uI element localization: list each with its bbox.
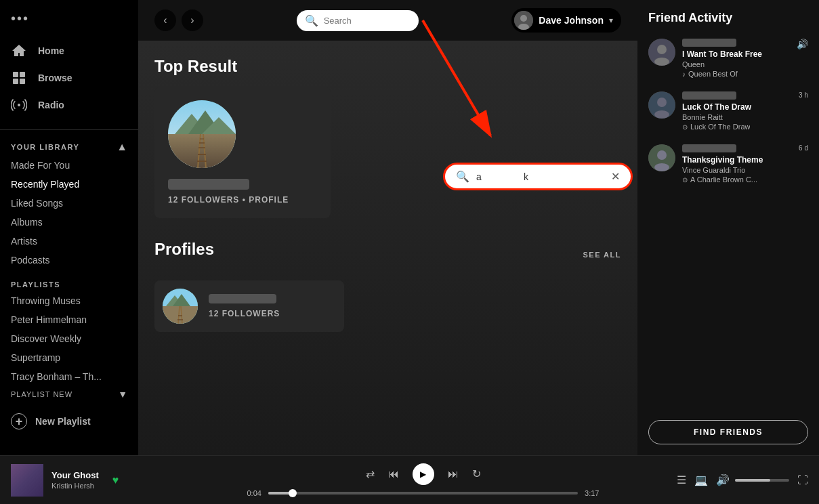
library-item-liked-songs[interactable]: Liked Songs <box>5 194 133 213</box>
repeat-button[interactable]: ↻ <box>472 467 481 480</box>
profile-info: 12 FOLLOWERS <box>209 294 280 318</box>
player-progress: 0:04 3:17 <box>247 489 600 497</box>
floating-search-icon: 🔍 <box>456 170 469 183</box>
friend-album-2: Luck Of The Draw <box>690 123 750 131</box>
nav-arrows: ‹ › <box>154 9 203 31</box>
fullscreen-icon[interactable]: ⛶ <box>797 474 808 486</box>
player-artist-name: Kristin Hersh <box>51 482 99 490</box>
sidebar-item-browse[interactable]: Browse <box>0 64 138 91</box>
user-profile-button[interactable]: Dave Johnson ▾ <box>511 8 621 33</box>
home-label: Home <box>38 45 64 56</box>
music-note-icon-3: ⊙ <box>682 176 688 184</box>
library-item-podcasts[interactable]: Podcasts <box>5 251 133 270</box>
floating-search-input[interactable] <box>476 171 604 182</box>
right-panel: Friend Activity 🔊 I Want To Break Free Q… <box>637 0 819 455</box>
music-note-icon-1: ♪ <box>682 70 686 78</box>
library-toggle-icon[interactable]: ▲ <box>117 141 127 153</box>
prev-button[interactable]: ⏮ <box>388 468 399 480</box>
friend-item-3: 6 d Thanksgiving Theme Vince Guaraldi Tr… <box>648 144 808 184</box>
friend-info-1: 🔊 I Want To Break Free Queen ♪ Queen Bes… <box>682 39 808 78</box>
friend-track-3: Thanksgiving Theme <box>682 155 808 165</box>
nav-back-button[interactable]: ‹ <box>154 9 176 31</box>
top-result-followers: 12 FOLLOWERS • PROFILE <box>168 195 317 205</box>
profile-card[interactable]: 12 FOLLOWERS <box>154 280 344 332</box>
friend-track-2: Luck Of The Draw <box>682 102 808 112</box>
play-pause-button[interactable]: ▶ <box>413 463 434 485</box>
home-icon <box>11 43 27 59</box>
player-heart-icon[interactable]: ♥ <box>112 474 119 486</box>
profiles-section: Profiles SEE ALL <box>154 240 621 332</box>
player-right: ☰ 💻 🔊 ⛶ <box>659 474 808 486</box>
playlist-item-throwing-muses[interactable]: Throwing Muses <box>0 291 138 310</box>
volume-icon[interactable]: 🔊 <box>716 474 730 486</box>
player-left: Your Ghost Kristin Hersh ♥ <box>11 464 187 497</box>
shuffle-button[interactable]: ⇄ <box>366 467 375 480</box>
profiles-header: Profiles SEE ALL <box>154 240 621 270</box>
nav-forward-button[interactable]: › <box>182 9 203 31</box>
player-album-art <box>11 464 43 497</box>
friend-album-3: A Charlie Brown C... <box>690 175 757 184</box>
new-playlist-plus-icon: + <box>11 413 27 429</box>
profile-avatar <box>163 289 198 324</box>
playlist-item-discover-weekly[interactable]: Discover Weekly <box>0 329 138 348</box>
sidebar: ••• Home <box>0 0 138 455</box>
progress-bar-thumb <box>289 489 297 497</box>
find-friends-button[interactable]: FIND FRIENDS <box>648 420 808 444</box>
friend-info-2: 3 h Luck Of The Draw Bonnie Raitt ⊙ Luck… <box>682 91 808 131</box>
header-search-bar[interactable]: 🔍 <box>297 10 419 31</box>
volume-bar[interactable] <box>735 479 789 482</box>
more-options-icon[interactable]: ••• <box>11 11 29 26</box>
playlists-list: Throwing Muses Peter Himmelman Discover … <box>0 291 138 386</box>
header-search-input[interactable] <box>324 16 411 26</box>
svg-point-37 <box>657 150 667 160</box>
top-result-section: Top Result <box>154 57 621 218</box>
friend-item-header-1: 🔊 <box>682 39 808 49</box>
floating-search-bar[interactable]: 🔍 ✕ <box>443 163 633 190</box>
progress-bar[interactable] <box>268 492 578 495</box>
main-header: ‹ › 🔍 Dave Johnson <box>138 0 637 41</box>
library-item-artists[interactable]: Artists <box>5 232 133 251</box>
friend-name-blur-1 <box>682 39 736 47</box>
floating-search-clear-icon[interactable]: ✕ <box>611 170 620 183</box>
devices-icon[interactable]: 💻 <box>694 474 708 486</box>
svg-rect-21 <box>163 306 198 324</box>
svg-point-31 <box>657 45 667 54</box>
queue-icon[interactable]: ☰ <box>677 474 686 486</box>
top-result-card[interactable]: 12 FOLLOWERS • PROFILE <box>154 87 331 218</box>
player-track-info: Your Ghost Kristin Hersh <box>51 470 99 490</box>
player-current-time: 0:04 <box>247 489 261 497</box>
scroll-indicator: ▼ <box>118 389 127 400</box>
svg-point-4 <box>18 104 20 106</box>
playlists-header: PLAYLISTS <box>0 270 138 291</box>
playing-icon-1: 🔊 <box>797 39 808 49</box>
new-playlist-button[interactable]: + New Playlist <box>0 408 138 435</box>
player-controls: ⇄ ⏮ ▶ ⏭ ↻ <box>366 463 481 485</box>
friend-item-2: 3 h Luck Of The Draw Bonnie Raitt ⊙ Luck… <box>648 91 808 131</box>
library-item-albums[interactable]: Albums <box>5 213 133 232</box>
new-playlist-label: New Playlist <box>35 416 91 427</box>
sidebar-item-radio[interactable]: Radio <box>0 91 138 119</box>
browse-label: Browse <box>38 72 72 83</box>
sidebar-top-menu[interactable]: ••• <box>0 5 138 32</box>
radio-icon <box>11 97 27 113</box>
friend-album-1: Queen Best Of <box>688 70 738 78</box>
sidebar-item-home[interactable]: Home <box>0 37 138 64</box>
friend-artist-1: Queen <box>682 60 808 68</box>
next-button[interactable]: ⏭ <box>448 468 459 480</box>
library-item-made-for-you[interactable]: Made For You <box>5 156 133 175</box>
your-library-title: YOUR LIBRARY <box>11 143 79 151</box>
main-content-wrapper: ‹ › 🔍 Dave Johnson <box>138 0 637 455</box>
playlist-item-tracy-bonham[interactable]: Tracy Bonham – Th... <box>0 367 138 386</box>
friend-artist-3: Vince Guaraldi Trio <box>682 166 808 174</box>
see-all-button[interactable]: SEE ALL <box>583 251 621 259</box>
svg-rect-1 <box>20 72 25 77</box>
top-result-image-inner <box>168 100 236 168</box>
chevron-down-icon: ▾ <box>609 16 613 25</box>
friend-name-blur-3 <box>682 144 736 152</box>
library-item-recently-played[interactable]: Recently Played <box>5 175 133 194</box>
svg-rect-3 <box>20 79 25 84</box>
playlist-item-supertramp[interactable]: Supertramp <box>0 348 138 367</box>
music-note-icon-2: ⊙ <box>682 123 688 131</box>
playlist-item-peter-himmelman[interactable]: Peter Himmelman <box>0 310 138 329</box>
friend-item-header-3: 6 d <box>682 144 808 155</box>
